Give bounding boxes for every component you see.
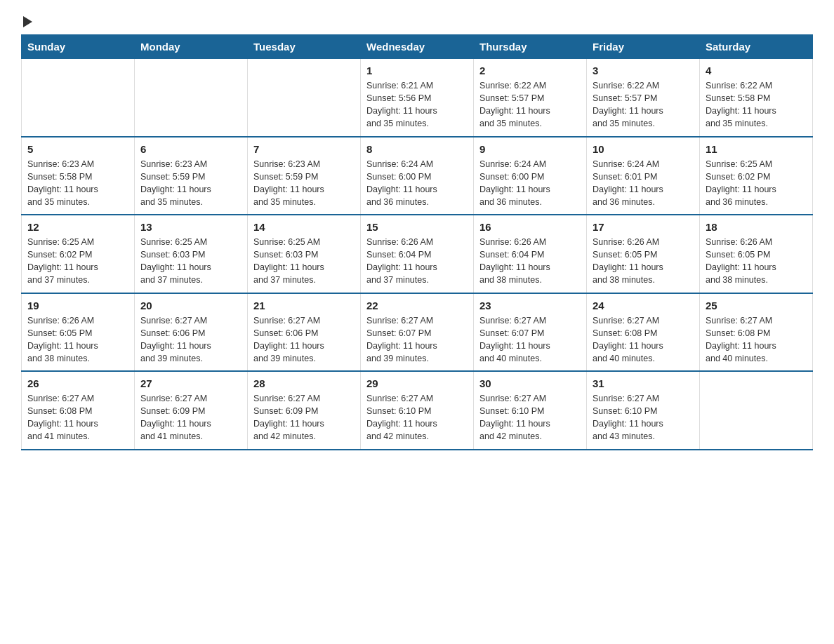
day-number: 24 <box>593 300 694 311</box>
day-number: 28 <box>253 377 355 389</box>
calendar-cell: 9Sunrise: 6:24 AM Sunset: 6:00 PM Daylig… <box>474 137 587 215</box>
day-info: Sunrise: 6:27 AM Sunset: 6:07 PM Dayligh… <box>366 314 468 365</box>
calendar-cell: 25Sunrise: 6:27 AM Sunset: 6:08 PM Dayli… <box>700 293 813 372</box>
day-info: Sunrise: 6:21 AM Sunset: 5:56 PM Dayligh… <box>366 79 468 130</box>
day-number: 31 <box>593 377 694 389</box>
day-number: 29 <box>366 377 468 389</box>
day-info: Sunrise: 6:26 AM Sunset: 6:05 PM Dayligh… <box>27 314 128 365</box>
calendar-header-row: SundayMondayTuesdayWednesdayThursdayFrid… <box>22 35 813 59</box>
calendar-cell <box>700 371 813 450</box>
column-header-tuesday: Tuesday <box>248 35 361 59</box>
calendar-cell: 12Sunrise: 6:25 AM Sunset: 6:02 PM Dayli… <box>22 215 135 293</box>
day-number: 27 <box>140 377 241 389</box>
calendar-cell: 4Sunrise: 6:22 AM Sunset: 5:58 PM Daylig… <box>700 59 813 137</box>
calendar-cell: 2Sunrise: 6:22 AM Sunset: 5:57 PM Daylig… <box>474 59 587 137</box>
day-number: 21 <box>253 300 355 311</box>
day-info: Sunrise: 6:23 AM Sunset: 5:59 PM Dayligh… <box>140 158 241 209</box>
day-info: Sunrise: 6:27 AM Sunset: 6:06 PM Dayligh… <box>140 314 241 365</box>
page-header <box>21 14 813 27</box>
calendar-week-row: 26Sunrise: 6:27 AM Sunset: 6:08 PM Dayli… <box>22 371 813 450</box>
calendar-cell: 11Sunrise: 6:25 AM Sunset: 6:02 PM Dayli… <box>700 137 813 215</box>
calendar-week-row: 5Sunrise: 6:23 AM Sunset: 5:58 PM Daylig… <box>22 137 813 215</box>
calendar-cell: 27Sunrise: 6:27 AM Sunset: 6:09 PM Dayli… <box>135 371 248 450</box>
calendar-cell: 23Sunrise: 6:27 AM Sunset: 6:07 PM Dayli… <box>474 293 587 372</box>
day-info: Sunrise: 6:27 AM Sunset: 6:10 PM Dayligh… <box>366 392 468 443</box>
calendar-cell: 22Sunrise: 6:27 AM Sunset: 6:07 PM Dayli… <box>361 293 474 372</box>
day-info: Sunrise: 6:23 AM Sunset: 5:59 PM Dayligh… <box>253 158 355 209</box>
calendar-cell: 31Sunrise: 6:27 AM Sunset: 6:10 PM Dayli… <box>587 371 700 450</box>
calendar-cell: 1Sunrise: 6:21 AM Sunset: 5:56 PM Daylig… <box>361 59 474 137</box>
day-info: Sunrise: 6:26 AM Sunset: 6:05 PM Dayligh… <box>593 236 694 287</box>
column-header-friday: Friday <box>587 35 700 59</box>
day-number: 7 <box>253 143 355 155</box>
day-number: 9 <box>479 143 581 155</box>
calendar-cell: 20Sunrise: 6:27 AM Sunset: 6:06 PM Dayli… <box>135 293 248 372</box>
calendar-cell: 14Sunrise: 6:25 AM Sunset: 6:03 PM Dayli… <box>248 215 361 293</box>
day-info: Sunrise: 6:22 AM Sunset: 5:57 PM Dayligh… <box>479 79 581 130</box>
column-header-wednesday: Wednesday <box>361 35 474 59</box>
calendar-cell: 16Sunrise: 6:26 AM Sunset: 6:04 PM Dayli… <box>474 215 587 293</box>
day-info: Sunrise: 6:22 AM Sunset: 5:58 PM Dayligh… <box>706 79 807 130</box>
day-info: Sunrise: 6:27 AM Sunset: 6:10 PM Dayligh… <box>593 392 694 443</box>
calendar-week-row: 12Sunrise: 6:25 AM Sunset: 6:02 PM Dayli… <box>22 215 813 293</box>
day-info: Sunrise: 6:27 AM Sunset: 6:08 PM Dayligh… <box>706 314 807 365</box>
day-info: Sunrise: 6:24 AM Sunset: 6:01 PM Dayligh… <box>593 158 694 209</box>
calendar-cell: 8Sunrise: 6:24 AM Sunset: 6:00 PM Daylig… <box>361 137 474 215</box>
calendar-cell <box>135 59 248 137</box>
calendar-cell: 3Sunrise: 6:22 AM Sunset: 5:57 PM Daylig… <box>587 59 700 137</box>
day-info: Sunrise: 6:25 AM Sunset: 6:03 PM Dayligh… <box>253 236 355 287</box>
day-info: Sunrise: 6:27 AM Sunset: 6:08 PM Dayligh… <box>593 314 694 365</box>
calendar-cell: 7Sunrise: 6:23 AM Sunset: 5:59 PM Daylig… <box>248 137 361 215</box>
day-info: Sunrise: 6:25 AM Sunset: 6:02 PM Dayligh… <box>706 158 807 209</box>
calendar-cell: 29Sunrise: 6:27 AM Sunset: 6:10 PM Dayli… <box>361 371 474 450</box>
day-info: Sunrise: 6:27 AM Sunset: 6:06 PM Dayligh… <box>253 314 355 365</box>
day-info: Sunrise: 6:24 AM Sunset: 6:00 PM Dayligh… <box>479 158 581 209</box>
day-number: 10 <box>593 143 694 155</box>
day-info: Sunrise: 6:25 AM Sunset: 6:03 PM Dayligh… <box>140 236 241 287</box>
day-info: Sunrise: 6:27 AM Sunset: 6:09 PM Dayligh… <box>253 392 355 443</box>
day-number: 30 <box>479 377 581 389</box>
day-info: Sunrise: 6:27 AM Sunset: 6:08 PM Dayligh… <box>27 392 128 443</box>
calendar-table: SundayMondayTuesdayWednesdayThursdayFrid… <box>21 34 813 450</box>
day-number: 14 <box>253 221 355 233</box>
calendar-week-row: 1Sunrise: 6:21 AM Sunset: 5:56 PM Daylig… <box>22 59 813 137</box>
column-header-monday: Monday <box>135 35 248 59</box>
calendar-cell: 26Sunrise: 6:27 AM Sunset: 6:08 PM Dayli… <box>22 371 135 450</box>
day-info: Sunrise: 6:27 AM Sunset: 6:10 PM Dayligh… <box>479 392 581 443</box>
day-number: 17 <box>593 221 694 233</box>
column-header-sunday: Sunday <box>22 35 135 59</box>
calendar-cell: 19Sunrise: 6:26 AM Sunset: 6:05 PM Dayli… <box>22 293 135 372</box>
day-number: 4 <box>706 65 807 76</box>
day-number: 8 <box>366 143 468 155</box>
day-info: Sunrise: 6:22 AM Sunset: 5:57 PM Dayligh… <box>593 79 694 130</box>
calendar-week-row: 19Sunrise: 6:26 AM Sunset: 6:05 PM Dayli… <box>22 293 813 372</box>
day-info: Sunrise: 6:26 AM Sunset: 6:05 PM Dayligh… <box>706 236 807 287</box>
day-info: Sunrise: 6:26 AM Sunset: 6:04 PM Dayligh… <box>479 236 581 287</box>
day-info: Sunrise: 6:26 AM Sunset: 6:04 PM Dayligh… <box>366 236 468 287</box>
calendar-cell: 5Sunrise: 6:23 AM Sunset: 5:58 PM Daylig… <box>22 137 135 215</box>
day-number: 2 <box>479 65 581 76</box>
calendar-cell: 6Sunrise: 6:23 AM Sunset: 5:59 PM Daylig… <box>135 137 248 215</box>
calendar-cell: 21Sunrise: 6:27 AM Sunset: 6:06 PM Dayli… <box>248 293 361 372</box>
day-number: 16 <box>479 221 581 233</box>
day-number: 5 <box>27 143 128 155</box>
calendar-cell: 28Sunrise: 6:27 AM Sunset: 6:09 PM Dayli… <box>248 371 361 450</box>
calendar-cell: 10Sunrise: 6:24 AM Sunset: 6:01 PM Dayli… <box>587 137 700 215</box>
day-info: Sunrise: 6:25 AM Sunset: 6:02 PM Dayligh… <box>27 236 128 287</box>
calendar-cell <box>248 59 361 137</box>
calendar-cell: 18Sunrise: 6:26 AM Sunset: 6:05 PM Dayli… <box>700 215 813 293</box>
calendar-cell: 24Sunrise: 6:27 AM Sunset: 6:08 PM Dayli… <box>587 293 700 372</box>
day-number: 25 <box>706 300 807 311</box>
logo <box>21 14 32 27</box>
column-header-saturday: Saturday <box>700 35 813 59</box>
day-info: Sunrise: 6:24 AM Sunset: 6:00 PM Dayligh… <box>366 158 468 209</box>
day-number: 3 <box>593 65 694 76</box>
day-number: 23 <box>479 300 581 311</box>
column-header-thursday: Thursday <box>474 35 587 59</box>
calendar-cell: 15Sunrise: 6:26 AM Sunset: 6:04 PM Dayli… <box>361 215 474 293</box>
day-info: Sunrise: 6:27 AM Sunset: 6:07 PM Dayligh… <box>479 314 581 365</box>
day-number: 11 <box>706 143 807 155</box>
day-number: 18 <box>706 221 807 233</box>
day-number: 22 <box>366 300 468 311</box>
day-number: 15 <box>366 221 468 233</box>
